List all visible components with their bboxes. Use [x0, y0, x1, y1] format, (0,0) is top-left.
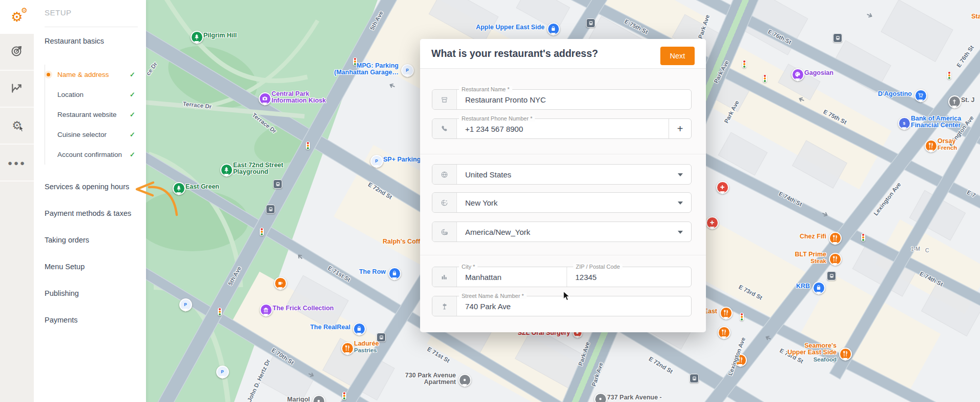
nav-subitem-account-confirmation[interactable]: Account confirmation✓	[45, 145, 137, 165]
nav-subitem-location[interactable]: Location✓	[45, 85, 137, 105]
poi-label-sp-parking[interactable]: SP+ Parking	[383, 156, 421, 164]
poi-pin-sp-parking[interactable]: P	[370, 155, 383, 168]
nav-subitem-cuisine-selector[interactable]: Cuisine selector✓	[45, 125, 137, 145]
phone-icon	[432, 119, 457, 138]
sidebar-item-settings[interactable]: ⚙	[0, 108, 34, 145]
timezone-value[interactable]: America/New_York	[457, 222, 691, 242]
poi-label-laduree[interactable]: LaduréePastries	[354, 340, 379, 354]
check-icon: ✓	[130, 91, 135, 98]
poi-label-apple-upper-east-side[interactable]: Apple Upper East Side	[476, 24, 545, 31]
nav-item-menu-setup[interactable]: Menu Setup	[45, 253, 142, 280]
chevron-down-icon	[678, 202, 683, 205]
poi-pin-bank-of-america-financial-center[interactable]: $	[898, 117, 911, 130]
poi-pin-krb[interactable]	[812, 282, 825, 294]
next-button[interactable]: Next	[660, 47, 695, 65]
nav-sublist: Name & address✓Location✓Restaurant websi…	[45, 65, 137, 165]
poi-pin-730-park-avenue-apartment[interactable]	[458, 374, 471, 387]
poi-label-the-row[interactable]: The Row	[359, 269, 386, 276]
poi-label-krb[interactable]: KRB	[796, 283, 810, 290]
city-value[interactable]: Manhattan	[457, 267, 567, 287]
poi-label-east-green[interactable]: East Green	[185, 184, 219, 191]
restaurant-name-value[interactable]: Restaurant Pronto NYC	[457, 90, 691, 109]
poi-pin-chez-fifi[interactable]	[829, 232, 842, 245]
poi-label-the-frick-collection[interactable]: The Frick Collection	[273, 305, 333, 312]
poi-pin-st-j[interactable]	[948, 95, 961, 108]
gear-cursor-icon: ⚙	[12, 120, 22, 131]
poi-label-bank-of-america-financial-center[interactable]: Bank of AmericaFinancial Center	[911, 115, 961, 129]
poi-pin-hospital-pin-1[interactable]	[716, 181, 729, 194]
street-value[interactable]: 740 Park Ave	[457, 296, 691, 316]
nav-subitem-restaurant-website[interactable]: Restaurant website✓	[45, 105, 137, 125]
poi-pin-dagostino[interactable]	[914, 89, 927, 102]
poi-label-the-realreal[interactable]: The RealReal	[310, 324, 350, 331]
poi-pin-orsay[interactable]	[925, 139, 937, 152]
state-dropdown[interactable]: New York	[432, 192, 692, 213]
poi-label-dagostino[interactable]: D'Agostino	[878, 91, 912, 98]
gears-logo-icon: ⚙⚙	[11, 10, 23, 24]
subitem-label: Name & address	[57, 71, 130, 78]
traffic-light-icon	[306, 142, 310, 150]
nav-item-payments[interactable]: Payments	[45, 307, 142, 333]
sidebar-item-more[interactable]: ●●●	[0, 145, 34, 182]
country-value[interactable]: United States	[457, 165, 691, 184]
poi-pin-marigol[interactable]	[312, 395, 325, 402]
city-zip-field[interactable]: City * ZIP / Postal Code Manhattan 12345	[432, 267, 692, 287]
poi-label-chez-fifi[interactable]: Chez Fifi	[800, 233, 826, 240]
app-logo[interactable]: ⚙⚙	[0, 0, 34, 34]
poi-pin-the-frick-collection[interactable]	[260, 304, 273, 316]
street-field[interactable]: Street Name & Number * 740 Park Ave	[432, 296, 692, 316]
nav-subitem-name-address[interactable]: Name & address✓	[45, 65, 137, 85]
poi-label-gagosian[interactable]: Gagosian	[804, 70, 833, 77]
nav-item-services-opening-hours[interactable]: Services & opening hours	[45, 173, 142, 200]
poi-label-marigol[interactable]: Marigol	[287, 396, 310, 402]
poi-pin-the-realreal[interactable]	[353, 323, 366, 335]
restaurant-name-field[interactable]: Restaurant Name * Restaurant Pronto NYC	[432, 89, 692, 110]
sidebar-item-analytics[interactable]	[0, 71, 34, 108]
restaurant-phone-value[interactable]: +1 234 567 8900	[457, 119, 669, 138]
zip-value[interactable]: 12345	[567, 267, 691, 287]
poi-label-pilgrim-hill[interactable]: Pilgrim Hill	[203, 32, 237, 39]
state-value[interactable]: New York	[457, 193, 691, 212]
sidebar-item-goals[interactable]	[0, 34, 34, 71]
poi-label-central-park-information-kiosk[interactable]: Central ParkInformation Kiosk	[272, 91, 326, 105]
poi-pin-east-72nd-street-playground[interactable]	[220, 164, 233, 176]
map-text-label[interactable]: Sta	[971, 13, 980, 20]
poi-pin-gagosian[interactable]	[791, 68, 804, 81]
timezone-dropdown[interactable]: America/New_York	[432, 222, 692, 242]
country-dropdown[interactable]: United States	[432, 164, 692, 185]
poi-pin-restaurant-pin-1[interactable]	[718, 326, 731, 339]
add-phone-button[interactable]: +	[669, 119, 691, 138]
poi-pin-mpg-parking[interactable]: P	[401, 64, 414, 77]
poi-label-730-park-avenue-apartment[interactable]: 730 Park AvenueApartment	[405, 372, 456, 386]
poi-pin-hospital-pin-2[interactable]	[706, 216, 719, 229]
poi-pin-blt-prime[interactable]	[829, 253, 842, 266]
poi-pin-laduree[interactable]	[341, 342, 354, 355]
poi-pin-737-park-avenue[interactable]	[594, 393, 607, 402]
poi-label-orsay[interactable]: OrsayFrench	[937, 138, 957, 152]
nav-item-payment-methods-taxes[interactable]: Payment methods & taxes	[45, 200, 142, 227]
poi-label-mpg-parking[interactable]: MPG: Parking(Manhattan Garage…	[334, 63, 399, 76]
poi-pin-seamores-upper-east-side[interactable]	[839, 348, 852, 360]
svg-text:P: P	[221, 370, 224, 374]
poi-pin-pilgrim-hill[interactable]	[191, 31, 203, 44]
restaurant-phone-field[interactable]: Restaurant Phone Number * +1 234 567 890…	[432, 118, 692, 139]
poi-label-st-j[interactable]: St. J	[961, 97, 974, 104]
nav-item-publishing[interactable]: Publishing	[45, 280, 142, 307]
poi-pin-coffee-pin[interactable]	[274, 277, 287, 290]
traffic-light-icon	[861, 233, 865, 242]
poi-pin-parking-pin-2[interactable]: P	[179, 298, 192, 311]
poi-label-seamores-upper-east-side[interactable]: Seamore'sUpper East SideSeafood	[787, 343, 837, 364]
poi-pin-parking-pin-1[interactable]: P	[216, 366, 229, 378]
divider	[420, 255, 706, 255]
poi-label-east-72nd-street-playground[interactable]: East 72nd StreetPlayground	[233, 162, 283, 176]
poi-pin-apple-upper-east-side[interactable]	[547, 23, 560, 35]
modal-header: What is your restaurant's address? Next	[420, 39, 706, 69]
poi-label-blt-prime[interactable]: BLT PrimeSteak	[795, 251, 826, 265]
building	[882, 0, 953, 61]
nav-item-taking-orders[interactable]: Taking orders	[45, 227, 142, 253]
poi-pin-marlow-east[interactable]	[720, 307, 733, 319]
poi-pin-east-green[interactable]	[173, 182, 185, 195]
poi-pin-central-park-information-kiosk[interactable]	[259, 92, 272, 105]
poi-pin-the-row[interactable]	[388, 267, 401, 280]
poi-label-737-park-avenue[interactable]: 737 Park Avenue -	[607, 394, 662, 401]
